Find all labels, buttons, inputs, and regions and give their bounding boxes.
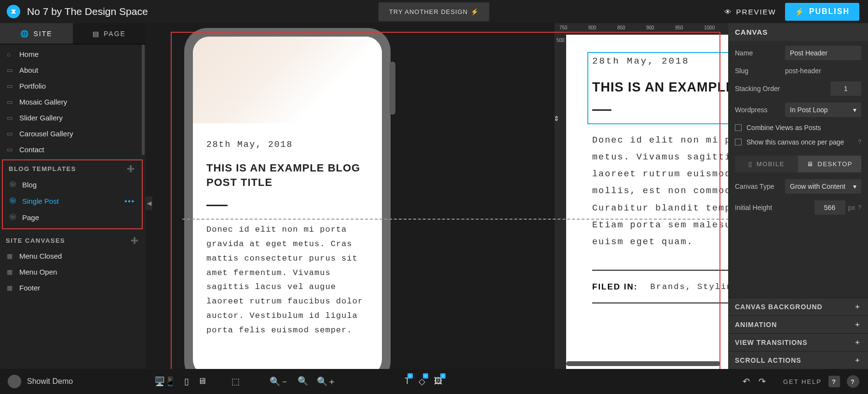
publish-button[interactable]: ⚡ PUBLISH [785, 3, 859, 21]
try-another-design-button[interactable]: TRY ANOTHER DESIGN ⚡ [379, 2, 489, 21]
name-label: Name [735, 49, 753, 57]
add-shape-button[interactable]: ◇+ [419, 376, 425, 387]
sidebar-item-label: Single Post [22, 197, 59, 205]
sidebar-item-home[interactable]: ⌂Home [0, 46, 146, 62]
editor-canvas[interactable]: ◀ ▶ 750 800 850 900 950 1000 1050 1100 1… [146, 23, 728, 369]
page-icon: ▭ [7, 98, 14, 105]
accordion-label: CANVAS BACKGROUND [735, 303, 823, 311]
initial-height-label: Initial Height [735, 204, 772, 211]
checkbox-icon[interactable] [735, 124, 742, 131]
wordpress-icon: ⓦ [10, 180, 17, 189]
user-account[interactable]: Showit Demo [0, 375, 146, 388]
mobile-scrollbar[interactable] [390, 62, 395, 115]
sidebar-item-carousel[interactable]: ▭Carousel Gallery [0, 126, 146, 142]
zoom-out-button[interactable]: 🔍－ [270, 376, 289, 387]
vertical-ruler: 500 [555, 35, 566, 369]
chevron-down-icon: ▾ [853, 106, 856, 114]
topbar: No 7 by The Design Space TRY ANOTHER DES… [0, 0, 868, 23]
zoom-in-button[interactable]: 🔍＋ [317, 376, 336, 387]
combine-views-checkbox-row[interactable]: Combine Views as Posts [735, 124, 861, 131]
device-tab-desktop[interactable]: 🖥 DESKTOP [798, 156, 861, 172]
canvas-footer[interactable]: ▦Footer [0, 280, 146, 296]
filed-in-label: FILED IN: [592, 282, 638, 292]
ruler-tick: 800 [588, 25, 597, 30]
ruler-tick: 1000 [704, 25, 715, 30]
page-icon: ▭ [7, 82, 14, 90]
ruler-tick: 950 [675, 25, 683, 30]
post-title: THIS IS AN EXAMPLE BLOG POST TITLE [592, 80, 728, 95]
mobile-icon: ▯ [748, 160, 753, 168]
tab-page-label: PAGE [104, 30, 126, 38]
sidebar-item-label: Page [22, 213, 39, 222]
select-value: In Post Loop [790, 106, 828, 114]
canvas-name-input[interactable] [785, 46, 861, 60]
hero-image-placeholder [193, 37, 382, 123]
stacking-order-input[interactable] [830, 81, 861, 96]
eye-icon: 👁 [724, 8, 732, 16]
help-icon[interactable]: ? [858, 139, 861, 145]
accordion-animation[interactable]: ANIMATION＋ [728, 315, 868, 333]
ruler-tick: 900 [646, 25, 654, 30]
help-docs-button[interactable]: ? [828, 376, 840, 387]
add-blog-template-button[interactable]: ➕ [127, 165, 136, 172]
wordpress-select[interactable]: In Post Loop ▾ [785, 103, 861, 117]
post-date: 28th May, 2018 [592, 56, 728, 66]
accordion-view-transitions[interactable]: VIEW TRANSITIONS＋ [728, 333, 868, 351]
page-icon: ▭ [7, 146, 14, 153]
unit-label: px [848, 204, 855, 211]
accordion-canvas-background[interactable]: CANVAS BACKGROUND＋ [728, 298, 868, 315]
plus-icon: ＋ [854, 356, 861, 365]
initial-height-input[interactable] [814, 200, 845, 215]
undo-button[interactable]: ↶ [743, 376, 750, 387]
desktop-icon: 🖥 [807, 160, 814, 168]
blog-template-page[interactable]: ⓦPage [3, 209, 142, 225]
canvas-menu-open[interactable]: ▦Menu Open [0, 264, 146, 280]
sidebar-item-about[interactable]: ▭About [0, 62, 146, 78]
sidebar-item-label: Menu Closed [19, 252, 62, 260]
desktop-view-button[interactable]: 🖥 [198, 376, 206, 387]
bounding-box-toggle[interactable]: ⬚ [231, 376, 240, 387]
device-tab-mobile[interactable]: ▯ MOBILE [735, 156, 798, 172]
canvas-type-select[interactable]: Grow with Content ▾ [785, 179, 861, 194]
sidebar-item-contact[interactable]: ▭Contact [0, 142, 146, 158]
blog-template-single-post[interactable]: ⓦSingle Post••• [3, 193, 142, 209]
sidebar-item-slider[interactable]: ▭Slider Gallery [0, 110, 146, 126]
preview-button[interactable]: 👁 PREVIEW [724, 8, 776, 16]
canvas-menu-closed[interactable]: ▦Menu Closed [0, 248, 146, 264]
more-dots-icon[interactable]: ••• [124, 197, 135, 205]
add-image-button[interactable]: 🖼+ [434, 376, 443, 387]
ruler-tick: 500 [556, 38, 565, 43]
accordion-scroll-actions[interactable]: SCROLL ACTIONS＋ [728, 351, 868, 369]
help-icon[interactable]: ? [858, 204, 861, 211]
sidebar-item-portfolio[interactable]: ▭Portfolio [0, 78, 146, 94]
canvas-type-label: Canvas Type [735, 183, 774, 190]
plus-icon: ＋ [854, 302, 861, 311]
desktop-preview-frame: 28th May, 2018 THIS IS AN EXAMPLE BLOG P… [566, 35, 728, 369]
sidebar-item-mosaic[interactable]: ▭Mosaic Gallery [0, 94, 146, 110]
blog-template-blog[interactable]: ⓦBlog [3, 176, 142, 193]
add-site-canvas-button[interactable]: ➕ [131, 237, 139, 244]
mobile-view-button[interactable]: ▯ [184, 376, 189, 387]
zoom-fit-button[interactable]: 🔍 [298, 376, 308, 387]
chevron-down-icon: ▾ [853, 183, 856, 190]
responsive-devices-icon[interactable]: 🖥️📱 [154, 376, 176, 387]
redo-button[interactable]: ↷ [759, 376, 766, 387]
tab-page[interactable]: ▤ PAGE [73, 23, 146, 44]
tab-site[interactable]: 🌐 SITE [0, 23, 73, 44]
post-title: THIS IS AN EXAMPLE BLOG POST TITLE [193, 149, 382, 189]
get-help-label: GET HELP [783, 378, 822, 385]
desktop-horizontal-scrollbar[interactable] [566, 361, 720, 366]
horizontal-ruler: 750 800 850 900 950 1000 1050 1100 1150 … [555, 23, 728, 35]
checkbox-icon[interactable] [735, 139, 742, 145]
show-once-checkbox-row[interactable]: Show this canvas once per page ? [735, 138, 861, 146]
help-chat-button[interactable]: ? [847, 375, 859, 388]
mobile-preview-frame: 28th May, 2018 THIS IS AN EXAMPLE BLOG P… [184, 28, 391, 369]
sidebar-item-label: Menu Open [19, 268, 57, 276]
add-text-button[interactable]: T+ [405, 376, 410, 387]
collapse-left-panel-button[interactable]: ◀ [146, 197, 152, 210]
tab-label: MOBILE [757, 160, 785, 168]
publish-label: PUBLISH [809, 7, 850, 16]
select-value: Grow with Content [790, 183, 845, 190]
vertical-resize-handle-icon[interactable]: ⇕ [554, 115, 559, 122]
slug-value: post-header [785, 67, 861, 75]
